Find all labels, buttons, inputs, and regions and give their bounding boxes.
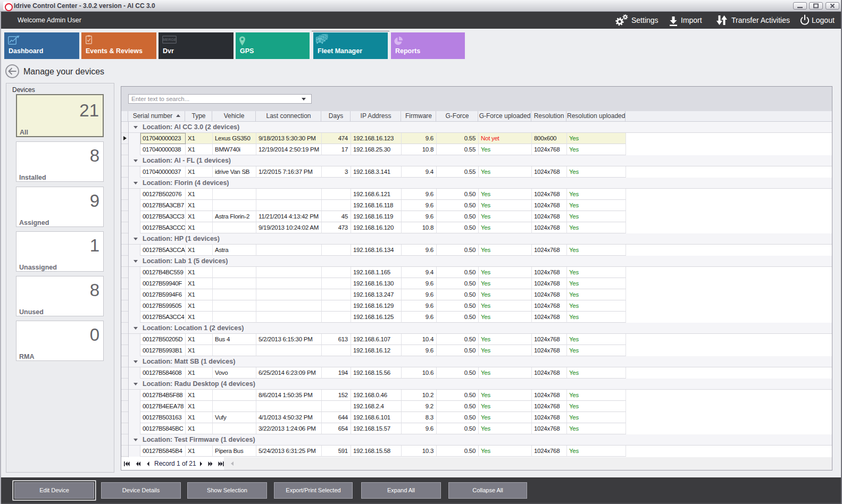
- svg-text:MERGE: MERGE: [163, 38, 177, 41]
